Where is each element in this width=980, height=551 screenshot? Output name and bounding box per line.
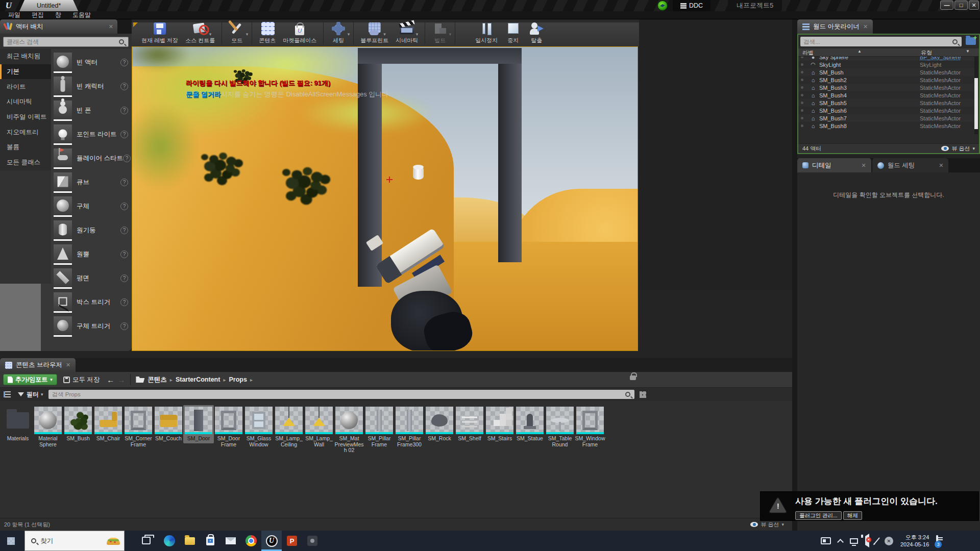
store-app-icon[interactable] xyxy=(200,531,220,551)
blueprints-button[interactable]: ▾블루프린트 xyxy=(357,20,392,45)
visibility-icon[interactable] xyxy=(801,109,803,112)
asset-sm-table-round[interactable]: SM_Table Round xyxy=(545,405,575,449)
category-geometry[interactable]: 지오메트리 xyxy=(0,124,51,140)
taskbar-search-box[interactable]: 찾기 xyxy=(24,531,125,551)
asset-materials-folder[interactable]: Materials xyxy=(3,405,33,443)
menu-edit[interactable]: 편집 xyxy=(27,11,49,19)
outliner-row-sm-bush6[interactable]: ⌂SM_Bush6StaticMeshActor xyxy=(798,107,979,114)
menu-file[interactable]: 파일 xyxy=(3,11,26,19)
breadcrumb-content[interactable]: 콘텐츠 xyxy=(148,375,167,384)
minimize-button[interactable]: — xyxy=(940,1,953,10)
asset-search-input[interactable] xyxy=(48,391,625,397)
asset-sm-pillar-frame300[interactable]: SM_Pillar Frame300 xyxy=(394,405,425,449)
place-item-empty-character[interactable]: 빈 캐릭터? xyxy=(51,75,132,98)
outliner-row-sm-bush3[interactable]: ⌂SM_Bush3StaticMeshActor xyxy=(798,84,979,91)
source-control-button[interactable]: ▾소스 컨트롤 xyxy=(182,20,218,45)
network-icon[interactable] xyxy=(850,538,858,544)
action-center-button[interactable]: 3 xyxy=(936,536,938,545)
asset-sm-door-frame[interactable]: SM_Door Frame xyxy=(213,405,244,449)
visibility-icon[interactable] xyxy=(801,63,803,66)
visibility-icon[interactable] xyxy=(801,71,803,73)
class-search-box[interactable] xyxy=(3,37,129,47)
scrollbar-thumb[interactable] xyxy=(974,78,978,129)
visibility-icon[interactable] xyxy=(801,94,803,96)
save-all-button[interactable]: 모두 저장 xyxy=(63,375,100,384)
place-item-sphere-trigger[interactable]: 구체 트리거? xyxy=(51,315,132,338)
filter-button[interactable]: 필터 xyxy=(27,390,39,399)
outliner-row-sm-bush8[interactable]: ⌂SM_Bush8StaticMeshActor xyxy=(798,122,979,130)
outliner-search-input[interactable] xyxy=(800,39,952,45)
place-item-cylinder[interactable]: 원기둥? xyxy=(51,219,132,242)
asset-sm-pillar-frame[interactable]: SM_Pillar Frame xyxy=(364,405,395,449)
show-hidden-icons-chevron[interactable] xyxy=(837,539,844,545)
help-icon[interactable]: ? xyxy=(120,251,128,258)
asset-sm-door[interactable]: SM_Door xyxy=(183,405,214,443)
asset-sm-rock[interactable]: SM_Rock xyxy=(424,405,455,443)
taskbar-clock[interactable]: 오후 3:24 2024-05-16 xyxy=(900,534,929,548)
powerpoint-app-icon[interactable]: P xyxy=(282,531,302,551)
asset-sm-stairs[interactable]: SM_Stairs xyxy=(484,405,515,443)
asset-sm-shelf[interactable]: SM_Shelf xyxy=(454,405,485,443)
help-icon[interactable]: ? xyxy=(120,274,128,282)
outliner-row-sm-bush[interactable]: ⌂SM_BushStaticMeshActor xyxy=(798,68,979,76)
level-viewport[interactable]: 라이팅을 다시 빌드해야 합니다 (빌드 필요: 91개) 문을 열거라시지를 … xyxy=(132,46,638,351)
sort-desc-icon[interactable]: ▼ xyxy=(966,49,970,54)
menu-window[interactable]: 창 xyxy=(50,11,66,19)
sources-panel-icon[interactable] xyxy=(4,391,11,397)
close-tab-icon[interactable]: ✕ xyxy=(109,23,113,30)
new-folder-icon[interactable] xyxy=(966,37,976,45)
breadcrumb-startercontent[interactable]: StarterContent xyxy=(176,376,220,383)
world-settings-tab[interactable]: 월드 세팅✕ xyxy=(872,158,949,172)
edge-app-icon[interactable] xyxy=(159,531,180,551)
outliner-row-skylight[interactable]: ◠SkyLightSkyLight xyxy=(798,61,979,68)
visibility-icon[interactable] xyxy=(801,117,803,119)
document-tab[interactable]: Untitled* xyxy=(19,0,78,11)
help-icon[interactable]: ? xyxy=(120,107,128,114)
content-browser-tab[interactable]: 콘텐츠 브라우저 ✕ xyxy=(0,358,76,372)
start-button[interactable] xyxy=(7,537,15,545)
cb-view-options-button[interactable]: 뷰 옵션 ▾ xyxy=(750,521,784,529)
place-item-cube[interactable]: 큐브? xyxy=(51,171,132,194)
close-tab-icon[interactable]: ✕ xyxy=(939,162,943,169)
outliner-row-sm-bush7[interactable]: ⌂SM_Bush7StaticMeshActor xyxy=(798,114,979,122)
manage-plugins-button[interactable]: 플러그인 관리... xyxy=(795,511,842,520)
world-outliner-tab[interactable]: 월드 아웃라이너 ✕ xyxy=(797,19,873,34)
task-view-button[interactable] xyxy=(142,537,151,544)
eject-button[interactable]: 탈출 xyxy=(525,20,548,45)
cinematics-button[interactable]: ▾시네마틱 xyxy=(392,20,422,45)
menu-help[interactable]: 도움말 xyxy=(67,11,96,19)
close-button[interactable]: ✕ xyxy=(969,1,979,10)
outliner-row-sm-bush2[interactable]: ⌂SM_Bush2StaticMeshActor xyxy=(798,76,979,84)
visibility-icon[interactable] xyxy=(801,102,803,104)
content-button[interactable]: 콘텐츠 xyxy=(255,20,279,45)
place-item-box-trigger[interactable]: 박스 트리거? xyxy=(51,291,132,314)
place-item-sphere[interactable]: 구체? xyxy=(51,195,132,218)
visibility-icon[interactable] xyxy=(801,57,803,58)
help-icon[interactable]: ? xyxy=(120,179,128,186)
mail-app-icon[interactable] xyxy=(220,531,241,551)
category-recent[interactable]: 최근 배치됨 xyxy=(0,49,51,64)
stop-button[interactable]: 중지 xyxy=(501,20,525,45)
pause-button[interactable]: 일시정지 xyxy=(472,20,501,45)
build-button[interactable]: ▾빌드 xyxy=(428,20,452,45)
add-import-button[interactable]: 추가/임포트▾ xyxy=(3,374,57,385)
outliner-row-sky-sphere[interactable]: ●Sky SphereBP_Sky_Sphere xyxy=(798,57,979,61)
help-icon[interactable]: ? xyxy=(120,322,128,330)
back-button[interactable]: ← xyxy=(107,375,114,384)
category-basic[interactable]: 기본 xyxy=(0,64,51,80)
asset-sm-mat-previewmesh[interactable]: SM_Mat PreviewMesh 02 xyxy=(334,405,364,455)
asset-sm-window-frame[interactable]: SM_Window Frame xyxy=(575,405,605,449)
category-all-classes[interactable]: 모든 클래스 xyxy=(0,155,51,170)
marketplace-button[interactable]: 마켓플레이스 xyxy=(279,20,320,45)
outliner-scrollbar[interactable] xyxy=(974,57,978,134)
help-icon[interactable]: ? xyxy=(123,155,131,162)
outliner-search-box[interactable] xyxy=(800,37,962,46)
place-item-empty-actor[interactable]: 빈 액터? xyxy=(51,51,132,74)
asset-search-box[interactable] xyxy=(48,390,634,399)
place-actors-tab[interactable]: 액터 배치 ✕ xyxy=(0,19,117,34)
view-toggle-icon[interactable] xyxy=(640,391,646,398)
asset-sm-glass-window[interactable]: SM_Glass Window xyxy=(243,405,274,449)
help-icon[interactable]: ? xyxy=(120,227,128,234)
ddc-button[interactable]: DDC xyxy=(673,0,710,11)
volume-muted-icon[interactable]: ✕ xyxy=(865,536,869,545)
